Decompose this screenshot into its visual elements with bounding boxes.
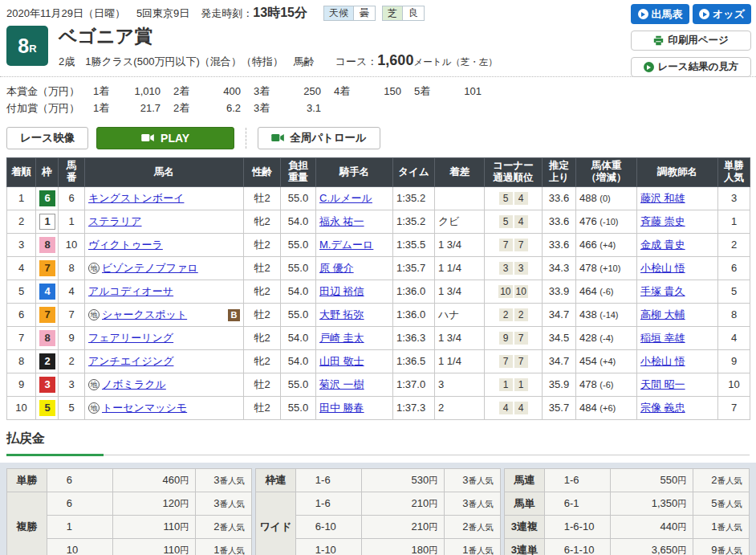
payout-popularity: 2番人気 [196,515,252,538]
payout-combination: 6-10 [295,515,361,538]
result-row: 166キングストンボーイ牡255.0C.ルメール1:35.25433.6488 … [7,186,750,210]
trainer-link[interactable]: 天間 昭一 [640,378,685,390]
popularity-cell: 4 [718,326,750,349]
horse-name-link[interactable]: トーセンマッシモ [102,401,187,415]
col-time: タイム [393,157,435,186]
horse-name-link[interactable]: シャークスポット [102,308,187,322]
payout-combination: 1-6 [295,492,361,515]
jockey-link[interactable]: C.ルメール [319,192,372,204]
payout-combination: 1-10 [295,538,361,555]
arrow-circle-icon [638,9,648,19]
horse-name-cell: キングストンボーイ [85,186,244,210]
horse-name-link[interactable]: キングストンボーイ [88,191,184,206]
popularity-cell: 10 [718,373,750,396]
body-weight-cell: 478 (-6) [576,373,637,396]
jockey-link[interactable]: 山田 敬士 [319,355,364,367]
horse-name-link[interactable]: ビゾンテノブファロ [102,261,198,275]
yen-suffix: 円 [180,475,189,485]
horse-name-link[interactable]: アンチエイジング [88,354,173,369]
results-guide-button[interactable]: レース結果の見方 [631,57,751,77]
col-jockey: 騎手名 [316,157,393,186]
payout-table-exacta-trio: 馬連1-6550円2番人気馬単6-11,350円5番人気3連複1-6-10440… [504,468,750,555]
time-cell: 1:36.0 [393,303,435,326]
weather-value: 曇 [353,6,375,20]
jockey-link[interactable]: 戸崎 圭太 [319,332,364,344]
frame-number-badge: 6 [39,190,55,206]
corner-order-cell: 77 [485,233,543,256]
weight-diff: (-14) [600,310,618,320]
payout-amount: 110円 [112,538,196,555]
carried-weight-cell: 54.0 [281,349,316,373]
trainer-cell: 斉藤 崇史 [637,210,718,233]
odds-button[interactable]: オッズ [693,4,751,24]
payout-amount: 210円 [361,492,445,515]
horse-name-cell: アンチエイジング [85,349,244,373]
horse-name-link[interactable]: アルコディオーサ [88,284,173,299]
patrol-video-button[interactable]: 全周パトロール [258,127,380,149]
race-video-button[interactable]: レース映像 [6,127,88,149]
prize-amount: 400 [199,84,241,100]
horse-name-cell: 地シャークスポットB [85,303,244,326]
result-row: 3810ヴィクトゥーラ牡255.0M.デムーロ1:35.51 3/47733.6… [7,233,750,256]
payout-amount: 3,650円 [610,538,693,555]
arrow-circle-icon [699,9,709,19]
col-sex-age: 性齢 [244,157,281,186]
horse-name-link[interactable]: ノボミラクル [102,377,166,392]
trainer-link[interactable]: 小桧山 悟 [640,355,685,367]
bet-type-label: 複勝 [7,492,47,555]
horse-name-link[interactable]: フェアリーリング [88,331,173,345]
jockey-link[interactable]: 菊沢 一樹 [319,378,364,390]
jockey-link[interactable]: 田中 勝春 [319,402,364,414]
col-margin: 着差 [435,157,485,186]
trainer-link[interactable]: 斉藤 崇史 [640,215,685,227]
trainer-link[interactable]: 金成 貴史 [640,239,685,251]
course-label: コース： [335,55,378,67]
last3f-cell: 33.6 [543,186,576,210]
jockey-link[interactable]: 田辺 裕信 [319,285,364,297]
prize-place: 1着 [93,84,119,100]
col-horse-name: 馬名 [85,157,244,186]
trainer-link[interactable]: 小桧山 悟 [640,262,685,274]
frame-cell: 8 [36,233,59,256]
jockey-link[interactable]: 福永 祐一 [319,215,364,227]
payout-popularity: 1番人気 [693,515,750,538]
result-row: 544アルコディオーサ牝254.0田辺 裕信1:36.01 3/4101033.… [7,280,750,303]
yen-suffix: 円 [429,499,437,508]
entry-table-button[interactable]: 出馬表 [631,4,689,24]
corner-position: 3 [514,262,528,275]
trainer-link[interactable]: 藤沢 和雄 [640,192,685,204]
jockey-link[interactable]: 原 優介 [319,262,354,274]
body-weight-cell: 428 (-4) [576,326,637,349]
frame-cell: 7 [36,303,59,326]
corner-position: 4 [514,192,528,205]
horse-name-link[interactable]: ステラリア [88,214,142,229]
prize-place: 2着 [173,100,199,116]
horse-name-link[interactable]: ヴィクトゥーラ [88,238,163,252]
sex-age-cell: 牡2 [244,186,281,210]
horse-number: 2 [59,349,85,373]
jockey-link[interactable]: M.デムーロ [319,239,373,251]
corner-position: 3 [499,262,513,275]
jockey-link[interactable]: 大野 拓弥 [319,308,364,320]
popularity-suffix: 番人気 [220,522,246,532]
print-page-button[interactable]: 印刷用ページ [631,31,751,51]
horse-number: 9 [59,326,85,349]
trainer-link[interactable]: 高柳 大輔 [640,308,685,320]
popularity-suffix: 番人気 [220,475,246,485]
frame-number-badge: 8 [39,237,55,253]
corner-position: 5 [499,215,513,228]
prize-amount: 6.2 [199,100,241,116]
col-last3f: 推定 上り [543,157,576,186]
weight-diff: (-6) [600,380,613,390]
trainer-cell: 小桧山 悟 [637,256,718,280]
trainer-link[interactable]: 宗像 義忠 [640,402,685,414]
time-cell: 1:36.5 [393,349,435,373]
bet-type-label: 3連単 [505,538,545,555]
jockey-cell: 田辺 裕信 [316,280,393,303]
race-name: ベゴニア賞 [59,26,498,47]
play-button[interactable]: PLAY [96,127,234,149]
course-info: コース：1,600メートル（芝・左） [335,52,498,69]
trainer-link[interactable]: 稲垣 幸雄 [640,332,685,344]
margin-cell: 1 3/4 [435,326,485,349]
trainer-link[interactable]: 手塚 貴久 [640,285,685,297]
